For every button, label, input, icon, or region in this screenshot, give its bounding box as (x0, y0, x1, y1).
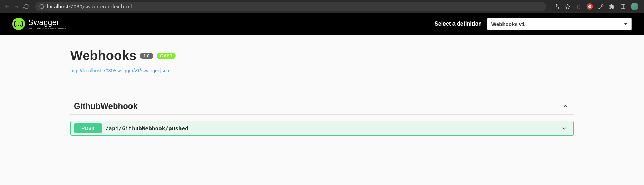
info-icon (39, 4, 44, 9)
operation-row: POST /api/GithubWebhook/pushed (70, 121, 574, 136)
swagger-mark-icon: {…} (12, 18, 25, 30)
swagger-topbar: {…} Swagger Supported by SMARTBEAR Selec… (0, 13, 644, 35)
swagger-supported-label: Supported by SMARTBEAR (28, 27, 66, 30)
extensions-icon[interactable] (609, 3, 615, 10)
svg-marker-3 (565, 4, 570, 9)
api-info-section: Webhooks 1.0 OAS3 http://localhost:7030/… (70, 48, 574, 74)
main-content: Webhooks 1.0 OAS3 http://localhost:7030/… (58, 35, 586, 149)
browser-actions: { } (552, 3, 641, 10)
svg-rect-4 (621, 4, 625, 9)
version-badge: 1.0 (140, 53, 153, 59)
definition-label: Select a definition (435, 21, 482, 27)
method-badge: POST (74, 123, 102, 133)
spec-url-link[interactable]: http://localhost:7030/swagger/v1/swagger… (70, 68, 169, 73)
reload-button[interactable] (23, 3, 30, 10)
swagger-logo[interactable]: {…} Swagger Supported by SMARTBEAR (12, 18, 66, 30)
address-bar[interactable]: localhost:7030/swagger/index.html (35, 2, 546, 11)
extension-braces-icon[interactable]: { } (576, 3, 582, 10)
definition-select[interactable]: Webhooks v1 (487, 18, 632, 30)
url-text: localhost:7030/swagger/index.html (47, 4, 132, 9)
operation-header[interactable]: POST /api/GithubWebhook/pushed (71, 121, 573, 135)
forward-button[interactable] (13, 3, 20, 10)
chevron-up-icon (562, 103, 569, 110)
tag-section: GithubWebhook POST /api/GithubWebhook/pu… (70, 98, 574, 136)
browser-chrome: localhost:7030/swagger/index.html { } (0, 0, 644, 13)
definition-section: Select a definition Webhooks v1 (435, 18, 632, 30)
share-icon[interactable] (554, 3, 560, 10)
api-title: Webhooks (70, 48, 136, 63)
operation-path: /api/GithubWebhook/pushed (105, 125, 188, 132)
panel-icon[interactable] (620, 3, 626, 10)
back-button[interactable] (3, 3, 10, 10)
swagger-brand-name: Swagger (28, 18, 66, 27)
oas-badge: OAS3 (157, 53, 176, 59)
eyedropper-icon[interactable] (598, 3, 604, 10)
star-icon[interactable] (565, 3, 571, 10)
profile-avatar[interactable] (631, 3, 638, 10)
tag-header[interactable]: GithubWebhook (70, 98, 574, 115)
tag-name: GithubWebhook (74, 101, 138, 111)
extension-badge-icon[interactable] (587, 3, 593, 10)
chevron-down-icon (561, 125, 570, 132)
